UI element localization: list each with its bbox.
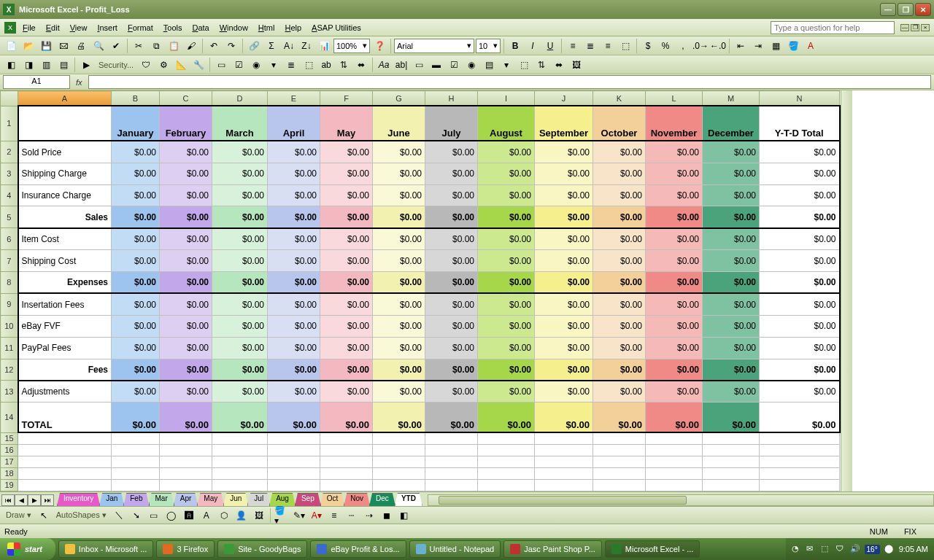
print-preview-icon[interactable]: 🔍 xyxy=(90,38,107,54)
font-color-icon[interactable]: A▾ xyxy=(309,508,325,524)
empty-cell[interactable] xyxy=(160,444,212,456)
data-cell[interactable]: $0.00 xyxy=(703,250,760,272)
column-header-I[interactable]: I xyxy=(478,91,535,106)
select-objects-icon[interactable]: ↖ xyxy=(36,508,52,524)
row-label[interactable]: Shipping Cost xyxy=(18,250,112,272)
autosum-icon[interactable]: Σ xyxy=(263,38,279,54)
data-cell[interactable]: $0.00 xyxy=(268,315,320,337)
decrease-decimal-icon[interactable]: ←.0 xyxy=(710,38,726,54)
data-cell[interactable]: $0.00 xyxy=(646,359,703,381)
empty-cell[interactable] xyxy=(160,456,212,467)
row-header-5[interactable]: 5 xyxy=(1,206,18,228)
menu-tools[interactable]: Tools xyxy=(158,22,188,34)
data-cell[interactable]: $0.00 xyxy=(646,250,703,272)
data-cell[interactable]: $0.00 xyxy=(425,359,478,381)
data-cell[interactable]: $0.00 xyxy=(320,250,373,272)
empty-cell[interactable] xyxy=(268,456,320,467)
data-cell[interactable]: $0.00 xyxy=(160,272,212,294)
empty-cell[interactable] xyxy=(320,432,373,444)
permission-icon[interactable]: 🖂 xyxy=(55,38,72,54)
data-cell[interactable]: $0.00 xyxy=(320,359,373,381)
data-cell[interactable]: $0.00 xyxy=(703,163,760,184)
column-header-F[interactable]: F xyxy=(320,91,373,106)
data-cell[interactable]: $0.00 xyxy=(478,381,535,402)
data-cell[interactable]: $0.00 xyxy=(268,141,320,163)
font-size-selector[interactable]: 10▾ xyxy=(476,39,501,53)
vertical-scrollbar[interactable] xyxy=(841,90,852,491)
new-icon[interactable]: 📄 xyxy=(3,38,19,54)
data-cell[interactable]: $0.00 xyxy=(373,141,425,163)
help-search-input[interactable] xyxy=(771,21,895,34)
column-header-B[interactable]: B xyxy=(112,91,160,106)
dash-style-icon[interactable]: ┄ xyxy=(344,508,360,524)
data-cell[interactable]: $0.00 xyxy=(535,272,593,294)
save-icon[interactable]: 💾 xyxy=(38,38,54,54)
data-cell[interactable]: $0.00 xyxy=(112,337,160,359)
tray-icon[interactable]: ◔ xyxy=(792,544,802,554)
empty-cell[interactable] xyxy=(160,479,212,491)
data-cell[interactable]: $0.00 xyxy=(373,206,425,228)
row-label[interactable]: Shipping Charge xyxy=(18,163,112,184)
controls-icon[interactable]: 🔧 xyxy=(190,57,207,73)
data-cell[interactable]: $0.00 xyxy=(320,381,373,402)
total-ytd-cell[interactable]: $0.00 xyxy=(760,402,840,432)
data-cell[interactable]: $0.00 xyxy=(425,272,478,294)
empty-cell[interactable] xyxy=(425,432,478,444)
data-cell[interactable]: $0.00 xyxy=(593,293,646,315)
align-right-icon[interactable]: ≡ xyxy=(600,38,616,54)
empty-cell[interactable] xyxy=(425,444,478,456)
ytd-cell[interactable]: $0.00 xyxy=(760,250,840,272)
empty-cell[interactable] xyxy=(646,432,703,444)
data-cell[interactable]: $0.00 xyxy=(160,293,212,315)
column-header-D[interactable]: D xyxy=(212,91,268,106)
zoom-selector[interactable]: 100%▾ xyxy=(333,39,370,53)
empty-cell[interactable] xyxy=(535,444,593,456)
row-label[interactable]: Item Cost xyxy=(18,228,112,250)
row-label[interactable]: Fees xyxy=(18,359,112,381)
print-icon[interactable]: 🖨 xyxy=(73,38,89,54)
sheet-tab-mar[interactable]: Mar xyxy=(149,493,174,506)
empty-cell[interactable] xyxy=(373,456,425,467)
empty-cell[interactable] xyxy=(268,467,320,479)
group-box-icon[interactable]: ▭ xyxy=(411,57,427,73)
menu-data[interactable]: Data xyxy=(187,22,214,34)
tray-clock[interactable]: 9:05 AM xyxy=(899,545,928,553)
data-cell[interactable]: $0.00 xyxy=(593,141,646,163)
sheet-tab-sep[interactable]: Sep xyxy=(295,493,321,506)
column-header-M[interactable]: M xyxy=(703,91,760,106)
empty-cell[interactable] xyxy=(212,432,268,444)
data-cell[interactable]: $0.00 xyxy=(320,206,373,228)
system-tray[interactable]: ◔ ✉ ⬚ 🛡 🔊 16° ⬤ 9:05 AM xyxy=(786,538,934,560)
taskbar-task[interactable]: Jasc Paint Shop P... xyxy=(503,540,602,558)
row-label[interactable]: Sales xyxy=(18,206,112,228)
data-cell[interactable]: $0.00 xyxy=(320,337,373,359)
data-cell[interactable]: $0.00 xyxy=(212,141,268,163)
menu-help[interactable]: Help xyxy=(279,22,306,34)
data-cell[interactable]: $0.00 xyxy=(160,381,212,402)
data-cell[interactable]: $0.00 xyxy=(593,250,646,272)
fill-color-icon[interactable]: 🪣▾ xyxy=(274,508,290,524)
data-cell[interactable]: $0.00 xyxy=(373,228,425,250)
data-cell[interactable]: $0.00 xyxy=(535,381,593,402)
data-cell[interactable]: $0.00 xyxy=(373,272,425,294)
line-style-icon[interactable]: ≡ xyxy=(326,508,342,524)
row-label[interactable]: Sold Price xyxy=(18,141,112,163)
sheet-tab-apr[interactable]: Apr xyxy=(174,493,198,506)
total-cell[interactable]: $0.00 xyxy=(646,402,703,432)
row-header-15[interactable]: 15 xyxy=(1,432,18,444)
cell-month-header[interactable]: December xyxy=(703,106,760,141)
tab-nav-prev-icon[interactable]: ◀ xyxy=(15,494,28,506)
data-cell[interactable]: $0.00 xyxy=(478,293,535,315)
empty-cell[interactable] xyxy=(212,479,268,491)
data-cell[interactable]: $0.00 xyxy=(268,293,320,315)
data-cell[interactable]: $0.00 xyxy=(425,184,478,206)
data-cell[interactable]: $0.00 xyxy=(160,206,212,228)
menu-html[interactable]: Html xyxy=(253,22,280,34)
align-left-icon[interactable]: ≡ xyxy=(565,38,581,54)
tray-weather[interactable]: 16° xyxy=(865,545,880,554)
sheet-tab-feb[interactable]: Feb xyxy=(123,493,149,506)
wordart-icon[interactable]: A xyxy=(198,508,215,524)
select-all-corner[interactable] xyxy=(1,91,18,106)
data-cell[interactable]: $0.00 xyxy=(268,272,320,294)
total-label[interactable]: TOTAL xyxy=(18,402,112,432)
